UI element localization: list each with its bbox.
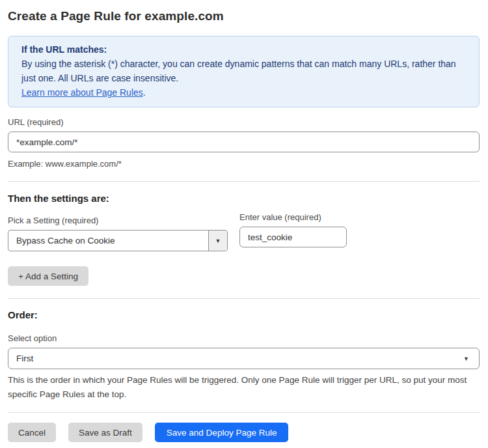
setting-dropdown-value: Bypass Cache on Cookie <box>8 231 208 251</box>
save-deploy-button[interactable]: Save and Deploy Page Rule <box>155 423 289 442</box>
divider-settings-order <box>8 298 480 299</box>
url-label: URL (required) <box>8 117 480 127</box>
url-match-info-box: If the URL matches: By using the asteris… <box>8 36 480 107</box>
order-section-heading: Order: <box>8 309 480 320</box>
order-select-value: First <box>16 354 33 363</box>
info-box-link-line: Learn more about Page Rules. <box>21 85 466 100</box>
add-setting-button[interactable]: + Add a Setting <box>8 266 88 286</box>
pick-setting-label: Pick a Setting (required) <box>8 216 228 225</box>
footer-buttons: Cancel Save as Draft Save and Deploy Pag… <box>8 423 480 442</box>
cancel-button[interactable]: Cancel <box>8 423 56 442</box>
learn-more-link[interactable]: Learn more about Page Rules <box>21 87 143 98</box>
create-page-rule-form: Create a Page Rule for example.com If th… <box>0 0 488 442</box>
order-select[interactable]: First ▼ <box>8 348 480 369</box>
chevron-down-icon: ▼ <box>215 238 221 244</box>
pick-setting-column: Pick a Setting (required) Bypass Cache o… <box>8 206 228 251</box>
setting-dropdown[interactable]: Bypass Cache on Cookie ▼ <box>8 230 228 251</box>
url-helper-text: Example: www.example.com/* <box>8 157 480 171</box>
divider-order-footer <box>8 412 480 413</box>
setting-dropdown-arrow-button[interactable]: ▼ <box>208 231 227 251</box>
setting-value-input[interactable] <box>239 227 347 247</box>
order-select-chevron-down-icon: ▼ <box>463 356 469 362</box>
divider-url-settings <box>8 181 480 182</box>
settings-row: Pick a Setting (required) Bypass Cache o… <box>8 206 480 251</box>
enter-value-label: Enter value (required) <box>239 212 347 222</box>
page-title: Create a Page Rule for example.com <box>8 9 480 23</box>
settings-section-heading: Then the settings are: <box>8 193 480 204</box>
order-helper-text: This is the order in which your Page Rul… <box>8 373 480 402</box>
info-box-body: By using the asterisk (*) character, you… <box>21 57 466 85</box>
info-box-heading: If the URL matches: <box>21 42 466 57</box>
url-input[interactable] <box>8 132 480 152</box>
link-period: . <box>143 87 146 98</box>
save-draft-button[interactable]: Save as Draft <box>68 423 142 442</box>
select-option-label: Select option <box>8 333 480 343</box>
enter-value-column: Enter value (required) <box>239 212 347 251</box>
